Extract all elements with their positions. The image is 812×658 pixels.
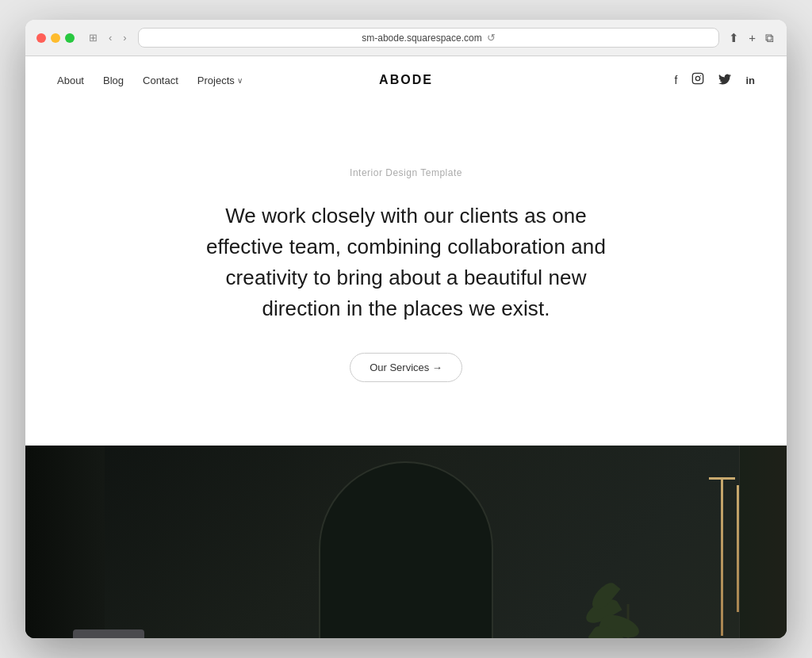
browser-window: ⊞ ‹ › sm-abode.squarespace.com ↺ ⬆ + ⧉ A… <box>25 20 787 638</box>
hero-subtitle: Interior Design Template <box>350 167 462 178</box>
plant-element <box>596 557 660 638</box>
navigation: About Blog Contact Projects ∨ ABODE f <box>25 56 787 104</box>
svg-point-2 <box>700 75 701 76</box>
nav-left: About Blog Contact Projects ∨ <box>57 75 243 86</box>
nav-link-blog[interactable]: Blog <box>103 75 124 86</box>
wall-left <box>25 446 105 638</box>
nav-link-contact[interactable]: Contact <box>143 75 178 86</box>
nav-link-about[interactable]: About <box>57 75 84 86</box>
arch-element <box>319 461 493 638</box>
chevron-down-icon: ∨ <box>237 76 243 85</box>
close-button[interactable] <box>36 33 46 43</box>
forward-button[interactable]: › <box>120 30 129 45</box>
tabs-button[interactable]: ⧉ <box>764 29 776 47</box>
sidebar-toggle-button[interactable]: ⊞ <box>86 30 101 45</box>
address-bar[interactable]: sm-abode.squarespace.com ↺ <box>138 28 720 48</box>
chair-element <box>73 629 148 638</box>
svg-rect-0 <box>693 73 703 83</box>
nav-social: f in <box>675 72 755 88</box>
reload-icon: ↺ <box>487 32 496 44</box>
wall-right-panel <box>739 446 787 638</box>
hero-title: We work closely with our clients as one … <box>200 201 612 324</box>
facebook-icon[interactable]: f <box>675 74 678 86</box>
back-button[interactable]: ‹ <box>105 30 115 45</box>
maximize-button[interactable] <box>65 33 75 43</box>
traffic-lights <box>36 33 75 43</box>
new-tab-button[interactable]: + <box>747 29 757 46</box>
minimize-button[interactable] <box>51 33 60 43</box>
browser-actions: ⬆ + ⧉ <box>727 29 776 47</box>
room-scene <box>25 446 787 638</box>
hero-section: Interior Design Template We work closely… <box>25 104 787 446</box>
twitter-icon[interactable] <box>718 74 731 87</box>
share-button[interactable]: ⬆ <box>727 29 741 47</box>
website-content: About Blog Contact Projects ∨ ABODE f <box>25 56 787 638</box>
linkedin-icon[interactable]: in <box>745 75 755 86</box>
chair-back <box>73 629 144 638</box>
browser-chrome: ⊞ ‹ › sm-abode.squarespace.com ↺ ⬆ + ⧉ <box>25 20 787 56</box>
cta-button[interactable]: Our Services → <box>350 353 462 382</box>
brand-logo[interactable]: ABODE <box>379 73 433 87</box>
nav-link-projects[interactable]: Projects ∨ <box>197 75 243 86</box>
url-text: sm-abode.squarespace.com <box>362 33 481 44</box>
instagram-icon[interactable] <box>691 72 704 88</box>
light-fixture <box>721 477 723 636</box>
hero-image-section <box>25 446 787 638</box>
browser-controls: ⊞ ‹ › <box>86 30 130 45</box>
svg-point-1 <box>696 76 700 80</box>
